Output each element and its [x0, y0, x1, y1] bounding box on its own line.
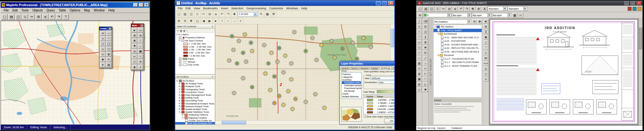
- print-icon[interactable]: ⌸: [194, 11, 200, 17]
- print-icon[interactable]: ⌸: [22, 14, 28, 20]
- chamfer-icon[interactable]: ◺: [423, 82, 428, 87]
- tab-display[interactable]: Display: [370, 67, 379, 70]
- class-breaks-table[interactable]: Symbol Range Label -3.829050 - -2.786463…: [363, 95, 394, 114]
- redo-icon[interactable]: ↷: [225, 11, 231, 17]
- normalization-combo[interactable]: none▼: [378, 81, 394, 84]
- hotlink-icon[interactable]: ⌖: [138, 65, 143, 70]
- undo-icon[interactable]: ↶: [219, 11, 225, 17]
- select-features-icon[interactable]: ►: [213, 18, 219, 24]
- snap-node-icon[interactable]: ⌖: [483, 50, 488, 55]
- dialog-titlebar[interactable]: Layer Properties ✕: [340, 61, 394, 66]
- list-by-selection-icon[interactable]: □: [186, 29, 188, 32]
- table-icon[interactable]: ▦: [417, 77, 422, 82]
- menu-view[interactable]: View: [192, 6, 202, 10]
- extend-icon[interactable]: ⊢: [423, 71, 428, 76]
- toc-tree[interactable]: ⊟▤ Layers ✓Proposed Stations ⊟✓Hot Spot …: [175, 33, 215, 74]
- snap-center-icon[interactable]: ◉: [483, 35, 488, 40]
- new-icon[interactable]: ▢: [417, 6, 423, 11]
- snap-intersection-icon[interactable]: ╳: [483, 29, 488, 34]
- snap-midpoint-icon[interactable]: ⊕: [483, 24, 488, 29]
- spline-icon[interactable]: ≈: [417, 50, 422, 55]
- lineweight-combo[interactable]: ByLayer▼: [492, 13, 512, 17]
- menu-selection[interactable]: Selection: [230, 6, 245, 10]
- copy-object-icon[interactable]: ⧉: [423, 24, 428, 29]
- polygon-icon[interactable]: ⬠: [100, 41, 106, 46]
- frame-icon[interactable]: ⊞: [106, 52, 111, 57]
- arc-icon[interactable]: ◠: [417, 35, 422, 40]
- pan-icon[interactable]: ✥: [470, 6, 476, 11]
- move-icon[interactable]: ✥: [423, 45, 428, 50]
- district-icon[interactable]: ⬡: [132, 59, 137, 64]
- change-view-icon[interactable]: ◎: [132, 49, 137, 54]
- menu-file[interactable]: File: [2, 8, 10, 12]
- menu-map[interactable]: Map: [82, 8, 92, 12]
- close-button[interactable]: ✕: [637, 1, 641, 5]
- copy-icon[interactable]: ⧉: [447, 6, 452, 11]
- workspace-teal-icon[interactable]: [633, 7, 637, 11]
- maximize-button[interactable]: ▫: [382, 1, 387, 5]
- ellipse-icon[interactable]: ◯: [106, 41, 111, 46]
- sheet-list-tree[interactable]: ⊟IRD Addition T-01 - TITLE SHEET ⊟Archit…: [433, 25, 482, 98]
- tab-general[interactable]: General: [340, 67, 350, 70]
- editor-icon[interactable]: ✎: [258, 11, 264, 17]
- close-button[interactable]: ✕: [388, 1, 393, 5]
- copy-icon[interactable]: ⧉: [207, 11, 213, 17]
- close-button[interactable]: ✕: [144, 3, 149, 7]
- region-style-icon[interactable]: ▤: [106, 62, 111, 67]
- cut-icon[interactable]: ✂: [441, 6, 446, 11]
- layer-control-icon[interactable]: ▦: [138, 49, 143, 54]
- ruler-icon[interactable]: ↔: [138, 44, 143, 49]
- map-scale-combo[interactable]: 1:10,000▼: [238, 12, 258, 16]
- list-by-visibility-icon[interactable]: ◉: [183, 29, 185, 32]
- drawing-vertical-scrollbar[interactable]: [638, 19, 642, 125]
- add-node-icon[interactable]: ✚: [100, 57, 106, 62]
- tab-symbology[interactable]: Symbology: [379, 66, 392, 70]
- text-icon[interactable]: A: [417, 66, 422, 71]
- scale-icon[interactable]: ⤢: [423, 56, 428, 61]
- arctoolbox-header[interactable]: ArcToolbox✕: [175, 75, 215, 79]
- stretch-icon[interactable]: ↔: [423, 61, 428, 66]
- info-icon[interactable]: i: [138, 38, 143, 43]
- symbology-show-list[interactable]: Features Categories Quantities Graduated…: [341, 72, 362, 99]
- menu-file[interactable]: File: [176, 6, 184, 10]
- mapinfo-map-canvas[interactable]: [1, 21, 149, 124]
- layer-combo[interactable]: 0▼: [423, 13, 451, 17]
- text-style-icon[interactable]: A: [482, 6, 487, 11]
- array-icon[interactable]: ⊞: [423, 40, 428, 45]
- refresh-icon[interactable]: ⟳: [472, 19, 477, 24]
- close-icon[interactable]: x: [140, 24, 143, 27]
- list-by-source-icon[interactable]: ▦: [180, 29, 182, 32]
- new-sheet-icon[interactable]: ✚: [477, 19, 482, 24]
- snap-tangent-icon[interactable]: ⌒: [483, 45, 488, 50]
- close-icon[interactable]: ✕: [211, 75, 214, 78]
- pan-icon[interactable]: ✥: [188, 18, 194, 24]
- measure-icon[interactable]: ↔: [231, 18, 237, 24]
- minimize-button[interactable]: _: [624, 1, 629, 5]
- autocad-titlebar[interactable]: A AutoCAD 2011 - [IRD Addition - T-01 TI…: [416, 1, 642, 6]
- erase-icon[interactable]: ⌫: [423, 19, 428, 24]
- help-icon[interactable]: ?: [63, 14, 69, 20]
- menu-geoprocessing[interactable]: Geoprocessing: [245, 6, 268, 10]
- details-header[interactable]: Details: [433, 98, 482, 102]
- toolbox-icon[interactable]: ⚒: [271, 11, 276, 17]
- circle-icon[interactable]: ○: [417, 29, 422, 34]
- label-icon[interactable]: ⚑: [132, 44, 137, 49]
- new-icon[interactable]: ▢: [176, 11, 182, 17]
- identify-icon[interactable]: i: [219, 18, 225, 24]
- rotate-icon[interactable]: ⟳: [423, 50, 428, 55]
- full-extent-icon[interactable]: ◻: [194, 18, 200, 24]
- maximize-button[interactable]: ▫: [139, 3, 143, 7]
- add-data-icon[interactable]: ✚: [231, 11, 237, 17]
- open-icon[interactable]: ▤: [182, 11, 188, 17]
- arctoolbox-tree[interactable]: ⊟ArcToolbox ⊞3D Analyst Tools ⊞Analysis …: [175, 79, 215, 125]
- menu-objects[interactable]: Objects: [31, 8, 45, 12]
- save-icon[interactable]: ◫: [15, 14, 21, 20]
- palette-title-strip[interactable]: SHEET SET MANAGER: [429, 19, 433, 125]
- snap-endpoint-icon[interactable]: ◈: [483, 19, 488, 24]
- menu-help[interactable]: Help: [300, 6, 309, 10]
- grid-icon[interactable]: ⌗: [138, 54, 143, 59]
- menu-edit[interactable]: Edit: [184, 6, 192, 10]
- drawing-palette-titlebar[interactable]: Drawi... x: [99, 27, 112, 30]
- undo-icon[interactable]: ↶: [49, 14, 55, 20]
- zoom-status[interactable]: Zoom: 18.92 km: [1, 125, 27, 130]
